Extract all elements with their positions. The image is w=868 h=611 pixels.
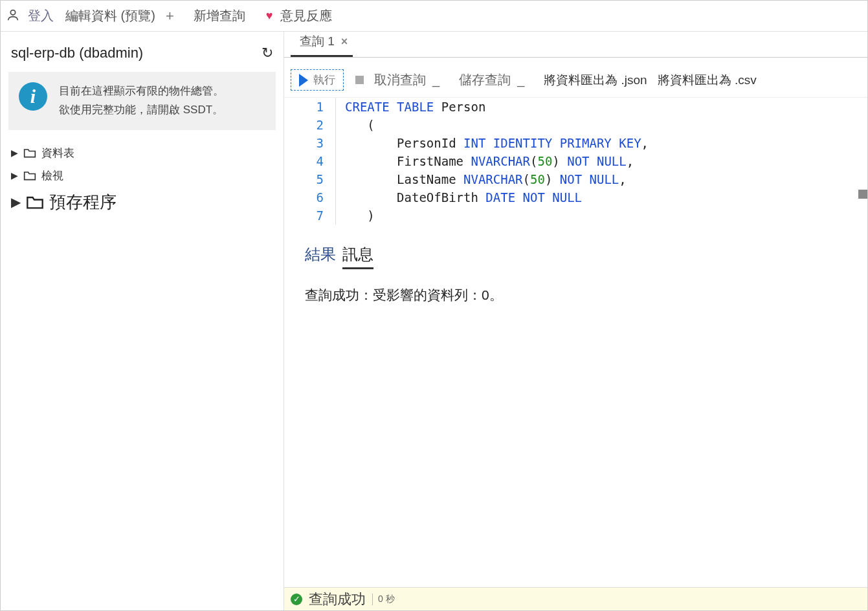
line-number: 4 <box>284 152 324 170</box>
code-line[interactable]: FirstName NVARCHAR(50) NOT NULL, <box>345 152 867 170</box>
folder-icon <box>26 194 44 210</box>
line-number: 2 <box>284 116 324 134</box>
line-number: 5 <box>284 170 324 188</box>
tab-query-1[interactable]: 查詢 1 × <box>291 29 353 57</box>
editor-tab-bar: 查詢 1 × <box>284 32 867 58</box>
info-line-1: 目前在這裡顯示有限的物件總管。 <box>59 82 224 101</box>
login-link[interactable]: 登入 <box>24 5 58 27</box>
info-line-2: 欲使用完整功能，請開啟 SSDT。 <box>59 101 224 120</box>
new-query-link[interactable]: 新增查詢 <box>190 5 249 27</box>
line-gutter: 1234567 <box>284 98 336 225</box>
export-csv-button[interactable]: 將資料匯出為 .csv <box>654 71 761 90</box>
object-explorer-sidebar: sql-erp-db (dbadmin) ↻ i 目前在這裡顯示有限的物件總管。… <box>1 32 284 610</box>
cancel-query-button[interactable]: 取消查詢 <box>370 70 430 90</box>
info-icon: i <box>19 82 47 111</box>
tree-stored-procs-label: 預存程序 <box>49 191 117 214</box>
messages-tab[interactable]: 訊息 <box>342 244 373 269</box>
folder-icon <box>23 147 36 159</box>
query-pane: 查詢 1 × 執行 取消查詢 _ 儲存查詢 _ 將資料匯出為 .json 將資料… <box>284 32 867 610</box>
user-icon <box>6 8 20 24</box>
line-number: 1 <box>284 98 324 116</box>
code-line[interactable]: LastName NVARCHAR(50) NOT NULL, <box>345 170 867 188</box>
tree-stored-procs[interactable]: ▶ 預存程序 <box>8 187 276 217</box>
database-name: sql-erp-db (dbadmin) <box>11 45 143 61</box>
line-number: 3 <box>284 134 324 152</box>
play-icon <box>299 74 308 87</box>
folder-icon <box>23 170 36 181</box>
code-line[interactable]: DateOfBirth DATE NOT NULL <box>345 188 867 206</box>
info-banner: i 目前在這裡顯示有限的物件總管。 欲使用完整功能，請開啟 SSDT。 <box>8 72 276 130</box>
code-line[interactable]: ) <box>345 206 867 225</box>
code-area[interactable]: CREATE TABLE Person ( PersonId INT IDENT… <box>336 98 867 225</box>
code-line[interactable]: PersonId INT IDENTITY PRIMARY KEY, <box>345 134 867 152</box>
sql-editor[interactable]: 1234567 CREATE TABLE Person ( PersonId I… <box>284 97 867 225</box>
plus-icon[interactable]: + <box>163 8 177 25</box>
top-toolbar: 登入 編輯資料 (預覽) + 新增查詢 ♥ 意見反應 <box>1 1 867 32</box>
line-number: 7 <box>284 206 324 225</box>
line-number: 6 <box>284 188 324 206</box>
code-line[interactable]: ( <box>345 116 867 134</box>
status-bar: ✓ 查詢成功 0 秒 <box>284 587 867 610</box>
caret-right-icon: ▶ <box>11 148 18 158</box>
tree-tables[interactable]: ▶ 資料表 <box>8 142 276 164</box>
tree-views[interactable]: ▶ 檢視 <box>8 164 276 187</box>
refresh-icon[interactable]: ↻ <box>262 45 273 61</box>
close-icon[interactable]: × <box>341 35 348 49</box>
run-label: 執行 <box>313 72 335 87</box>
stop-icon <box>355 76 364 84</box>
caret-right-icon: ▶ <box>11 194 21 210</box>
tab-label: 查詢 1 <box>300 33 335 50</box>
scroll-marker[interactable] <box>858 190 867 199</box>
edit-data-link[interactable]: 編輯資料 (預覽) <box>61 5 159 27</box>
status-text: 查詢成功 <box>309 590 366 609</box>
results-tab[interactable]: 結果 <box>305 244 336 267</box>
save-query-button[interactable]: 儲存查詢 <box>455 70 515 90</box>
code-line[interactable]: CREATE TABLE Person <box>345 98 867 116</box>
results-area: 結果 訊息 查詢成功：受影響的資料列：0。 <box>284 225 867 610</box>
tree-views-label: 檢視 <box>41 168 63 183</box>
tree-tables-label: 資料表 <box>41 146 74 161</box>
feedback-link[interactable]: 意見反應 <box>276 5 336 27</box>
run-button[interactable]: 執行 <box>291 69 344 91</box>
caret-right-icon: ▶ <box>11 170 18 181</box>
query-toolbar: 執行 取消查詢 _ 儲存查詢 _ 將資料匯出為 .json 將資料匯出為 .cs… <box>284 58 867 97</box>
heart-icon: ♥ <box>266 9 273 23</box>
status-time: 0 秒 <box>372 594 395 605</box>
svg-point-0 <box>10 10 15 15</box>
check-icon: ✓ <box>291 594 302 605</box>
export-json-button[interactable]: 將資料匯出為 .json <box>540 71 651 90</box>
result-message: 查詢成功：受影響的資料列：0。 <box>305 286 847 304</box>
